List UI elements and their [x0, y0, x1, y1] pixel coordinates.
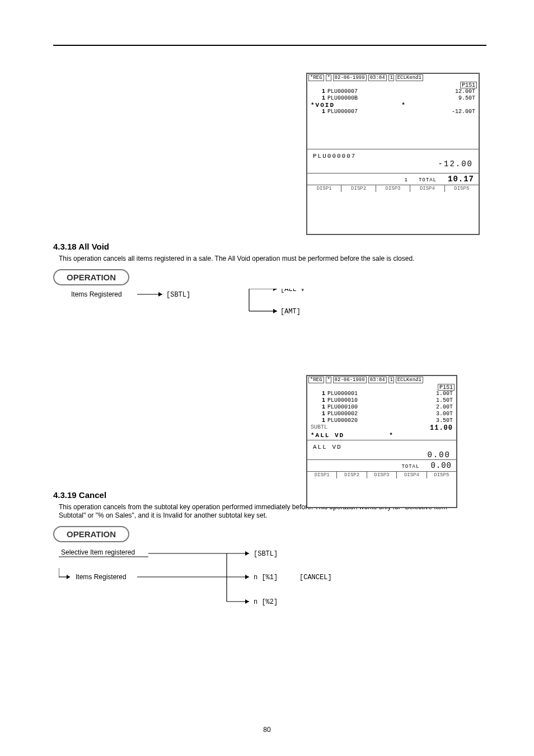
svg-marker-9 — [273, 309, 277, 313]
amt: -12.00T — [436, 109, 475, 115]
spacer — [307, 115, 479, 149]
subtotal-label: SUBTL — [311, 424, 327, 432]
svg-marker-17 — [245, 551, 249, 556]
disp-tab: DISP4 — [410, 185, 444, 192]
total-count: 1 — [405, 177, 407, 183]
svg-text:n [%1]: n [%1] — [254, 574, 278, 581]
status-bar-2: *REG * 02-06-1999 03:04 1 ECLKendi — [307, 376, 456, 384]
svg-text:[CANCEL]: [CANCEL] — [299, 574, 332, 581]
allvd-left: *ALL VD — [311, 432, 344, 439]
badge-row: P1S1 — [307, 384, 456, 391]
key-all-void: [ALL VOID] — [280, 289, 305, 293]
sale-line: 1PLU0000101.50T — [307, 397, 456, 404]
total-row: 1 TOTAL 10.17 — [307, 173, 479, 185]
svg-text:n [%2]: n [%2] — [254, 598, 278, 606]
big-item-row: PLU000007 — [307, 149, 479, 159]
svg-marker-2 — [158, 292, 162, 297]
all-void-marker-row: *ALL VD * — [307, 432, 456, 440]
sale-line: 1 PLU00000B 9.50T — [307, 95, 479, 102]
disp-tab: DISP2 — [337, 472, 367, 478]
disp-tab: DISP1 — [307, 472, 337, 478]
void-line: 1 PLU000007 -12.00T — [307, 109, 479, 115]
date-field: 02-06-1999 — [333, 377, 367, 383]
sale-lines-2: 1PLU0000011.00T 1PLU0000101.50T 1PLU0001… — [307, 391, 456, 424]
svg-text:Selective Item registered: Selective Item registered — [61, 548, 135, 556]
total-value: 0.00 — [430, 461, 452, 470]
document-page: *REG * 02-06-1999 03:04 1 ECLKendi P1S1 … — [0, 0, 534, 624]
time-field: 03:04 — [368, 377, 387, 383]
total-label: TOTAL — [401, 464, 419, 469]
amt: 12.00T — [436, 88, 475, 95]
big-item-name: ALL VD — [313, 444, 342, 450]
void-left: *VOID — [311, 102, 335, 109]
sale-lines-1: 1 PLU000007 12.00T 1 PLU00000B 9.50T *VO… — [307, 88, 479, 115]
star-field: * — [326, 74, 331, 81]
spacer — [307, 168, 479, 173]
sale-line: 1PLU0000203.50T — [307, 417, 456, 424]
svg-text:[AMT]  [ALL VOID]: [AMT] [ALL VOID] — [280, 308, 305, 316]
desc: PLU000007 — [327, 88, 436, 95]
badge-row: P1S1 — [307, 82, 479, 88]
mode-field: *REG — [308, 74, 324, 81]
operation-pill: OPERATION — [53, 269, 129, 285]
total-value: 10.17 — [448, 175, 474, 184]
amt: 9.50T — [436, 95, 475, 102]
badge-field: P1S1 — [460, 82, 477, 88]
date-field: 02-06-1999 — [333, 74, 367, 81]
flag-field: 1 — [388, 377, 394, 383]
screen-mockup-2: *REG * 02-06-1999 03:04 1 ECLKendi P1S1 … — [306, 375, 457, 508]
total-row: TOTAL 0.00 — [307, 459, 456, 471]
disp-tab-row: DISP1 DISP2 DISP3 DISP4 DISP5 — [307, 471, 456, 478]
mode-field: *REG — [308, 377, 324, 383]
flag-field: 1 — [388, 74, 394, 81]
flow-diagram-cancel: Selective Item registered [SBTL] Items R… — [59, 546, 486, 624]
qty: 1 — [311, 88, 327, 95]
svg-text:[SBTL]: [SBTL] — [166, 291, 190, 299]
status-bar-1: *REG * 02-06-1999 03:04 1 ECLKendi — [307, 74, 479, 82]
section-cancel: 4.3.19 Cancel This operation cancels fro… — [53, 490, 486, 624]
void-right: * — [401, 102, 406, 109]
big-item-row: ALL VD — [307, 440, 456, 450]
svg-marker-26 — [245, 575, 249, 579]
void-marker-row: *VOID * — [307, 102, 479, 109]
big-item-name: PLU000007 — [313, 153, 356, 159]
qty: 1 — [311, 95, 327, 102]
qty: 1 — [311, 109, 327, 115]
screen-mockup-1: *REG * 02-06-1999 03:04 1 ECLKendi P1S1 … — [306, 73, 480, 235]
sale-line: 1 PLU000007 12.00T — [307, 88, 479, 95]
sale-line: 1PLU0000011.00T — [307, 391, 456, 397]
clerk-field: ECLKendi — [396, 74, 423, 81]
svg-text:Items Registered: Items Registered — [76, 573, 127, 581]
total-label: TOTAL — [419, 177, 437, 183]
svg-text:[SBTL]: [SBTL] — [254, 550, 278, 558]
clerk-field: ECLKendi — [396, 377, 423, 383]
operation-pill: OPERATION — [53, 526, 129, 542]
time-field: 03:04 — [368, 74, 387, 81]
disp-tab: DISP4 — [397, 472, 427, 478]
disp-tab: DISP5 — [427, 472, 456, 478]
star-field: * — [326, 377, 331, 383]
disp-tab: DISP3 — [367, 472, 397, 478]
subtotal-value: 11.00 — [430, 424, 453, 432]
svg-marker-6 — [273, 289, 277, 291]
top-rule — [53, 45, 486, 46]
allvd-right: * — [389, 432, 394, 439]
section-all-void: 4.3.18 All Void This operation cancels a… — [53, 242, 486, 328]
flow-diagram-all-void: Items Registered [SBTL] [ALL VOID] [AMT]… — [70, 289, 486, 328]
page-number: 80 — [263, 726, 270, 734]
disp-tab: DISP5 — [445, 185, 479, 192]
disp-tab: DISP3 — [376, 185, 410, 192]
paragraph-all-void: This operation cancels all items registe… — [59, 255, 486, 264]
sale-line: 1PLU0001002.00T — [307, 404, 456, 411]
big-item-amount: 0.00 — [307, 450, 456, 459]
disp-tab: DISP2 — [341, 185, 376, 192]
desc: PLU000007 — [327, 109, 436, 115]
sale-line: 1PLU0000023.00T — [307, 411, 456, 417]
heading-all-void: 4.3.18 All Void — [53, 242, 486, 251]
disp-tab-row: DISP1 DISP2 DISP3 DISP4 DISP5 — [307, 185, 479, 192]
big-item-amount: -12.00 — [307, 159, 479, 168]
svg-text:Items Registered: Items Registered — [71, 290, 122, 298]
disp-tab: DISP1 — [307, 185, 341, 192]
svg-marker-21 — [67, 575, 70, 579]
subtotal-row: SUBTL 11.00 — [307, 424, 456, 432]
